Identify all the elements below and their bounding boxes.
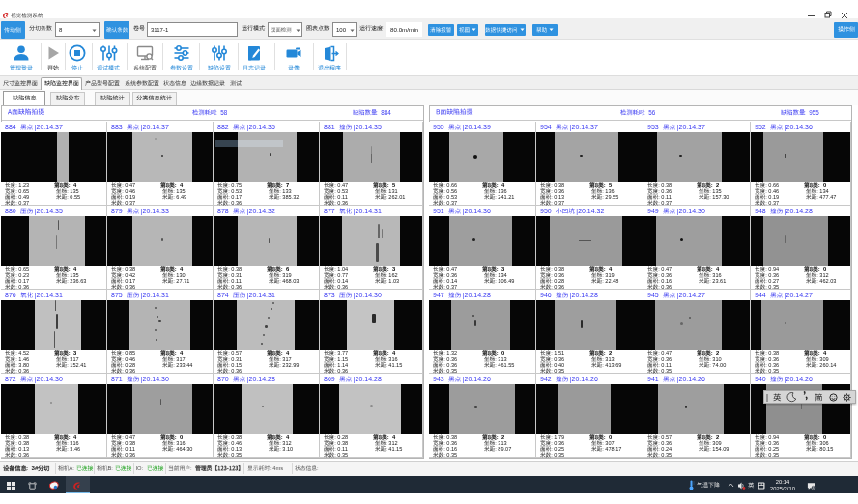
svg-text:6: 6 (813, 486, 815, 490)
